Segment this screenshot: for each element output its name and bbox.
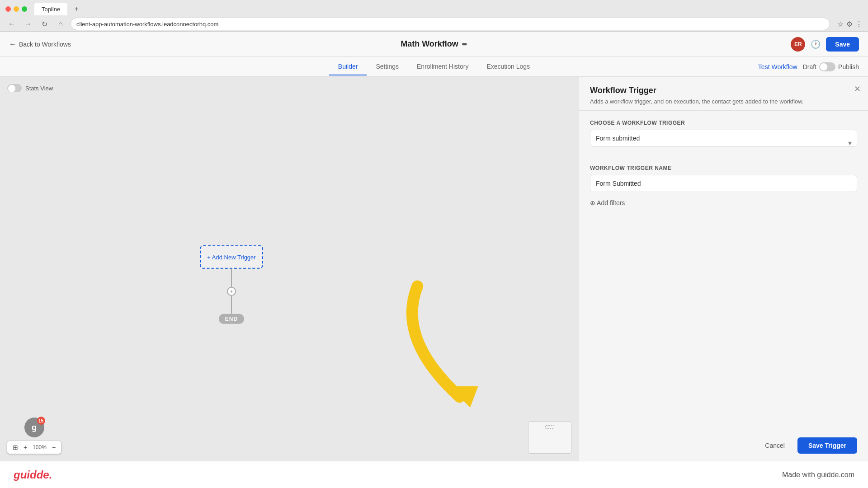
dot-minimize[interactable]: [14, 6, 19, 12]
stats-switch[interactable]: [7, 84, 22, 92]
extensions-button[interactable]: ⚙: [846, 20, 853, 28]
panel-close-button[interactable]: ✕: [854, 84, 861, 94]
tab-settings[interactable]: Settings: [367, 58, 408, 75]
back-label: Back to Workflows: [19, 41, 71, 48]
cancel-button[interactable]: Cancel: [758, 438, 792, 453]
fit-icon-button[interactable]: ⊞: [11, 443, 20, 452]
tab-execution-logs[interactable]: Execution Logs: [477, 58, 539, 75]
zoom-display: 100%: [31, 444, 48, 450]
browser-actions: ☆ ⚙ ⋮: [837, 20, 863, 28]
draft-label: Draft: [803, 63, 816, 70]
toggle-knob: [820, 63, 827, 70]
stats-toggle: Stats View: [7, 84, 53, 92]
history-icon[interactable]: 🕐: [811, 39, 821, 49]
header-right: ER 🕐 Save: [791, 37, 859, 52]
trigger-name-input[interactable]: [590, 175, 857, 192]
workflow-title-container: Math Workflow ✏: [401, 39, 467, 49]
tab-label: Topline: [42, 6, 60, 13]
back-to-workflows-button[interactable]: ← Back to Workflows: [9, 40, 71, 48]
footer-tagline: Made with guidde.com: [782, 471, 854, 479]
panel-title: Workflow Trigger: [590, 86, 857, 95]
address-bar[interactable]: client-app-automation-workflows.leadconn…: [71, 18, 830, 30]
forward-nav-button[interactable]: →: [22, 18, 34, 30]
user-avatar-container: g 15: [24, 418, 44, 437]
minimap-trigger-box: [545, 425, 554, 429]
stats-knob: [8, 85, 15, 92]
dot-close[interactable]: [5, 6, 11, 12]
add-filters-label: ⊕ Add filters: [590, 199, 625, 206]
canvas-bottom-left: g 15 ⊞ + 100% −: [7, 418, 61, 454]
minimap: [528, 421, 571, 454]
svg-marker-0: [449, 386, 478, 408]
refresh-nav-button[interactable]: ↻: [38, 18, 51, 30]
workflow-title-text: Math Workflow: [401, 39, 458, 49]
workflow-trigger-panel: Workflow Trigger Adds a workflow trigger…: [579, 77, 868, 461]
dot-maximize[interactable]: [22, 6, 27, 12]
workflow-canvas-area[interactable]: Stats View + Add New Trigger + END ⊞ + 1…: [0, 77, 579, 461]
bookmark-button[interactable]: ☆: [837, 20, 844, 28]
panel-header: Workflow Trigger Adds a workflow trigger…: [579, 77, 868, 111]
trigger-section-label: CHOOSE A WORKFLOW TRIGGER: [590, 120, 857, 126]
browser-title-bar: Topline +: [0, 0, 868, 16]
trigger-select-wrapper: Form submitted Contact Created Appointme…: [590, 130, 857, 156]
end-node: END: [219, 314, 244, 324]
user-avatar[interactable]: ER: [791, 37, 805, 52]
save-button[interactable]: Save: [826, 37, 859, 52]
panel-subtitle: Adds a workflow trigger, and on executio…: [590, 98, 857, 105]
publish-label: Publish: [838, 63, 859, 70]
trigger-name-label: WORKFLOW TRIGGER NAME: [590, 165, 857, 171]
browser-nav-bar: ← → ↻ ⌂ client-app-automation-workflows.…: [0, 16, 868, 32]
add-trigger-text: + Add New Trigger: [207, 253, 255, 260]
back-nav-button[interactable]: ←: [5, 18, 18, 30]
tab-bar: Builder Settings Enrollment History Exec…: [0, 57, 868, 77]
new-tab-button[interactable]: +: [71, 4, 82, 14]
main-content: Stats View + Add New Trigger + END ⊞ + 1…: [0, 77, 868, 461]
browser-tab-topline[interactable]: Topline: [34, 3, 67, 15]
test-workflow-button[interactable]: Test Workflow: [758, 63, 797, 70]
zoom-out-btn[interactable]: −: [50, 443, 57, 452]
panel-footer: Cancel Save Trigger: [579, 430, 868, 461]
canvas-zoom-controls: ⊞ + 100% −: [7, 441, 61, 454]
user-badge: 15: [37, 417, 45, 425]
app-header: ← Back to Workflows Math Workflow ✏ ER 🕐…: [0, 32, 868, 57]
menu-button[interactable]: ⋮: [855, 20, 863, 28]
add-filters-button[interactable]: ⊕ Add filters: [590, 199, 625, 206]
tabs-container: Builder Settings Enrollment History Exec…: [329, 58, 539, 75]
address-text: client-app-automation-workflows.leadconn…: [76, 21, 218, 28]
workflow-canvas: + Add New Trigger + END: [200, 245, 263, 324]
browser-chrome: Topline + ← → ↻ ⌂ client-app-automation-…: [0, 0, 868, 32]
draft-toggle-container: Draft Publish: [803, 62, 859, 71]
zoom-in-btn[interactable]: +: [22, 443, 29, 452]
panel-body: CHOOSE A WORKFLOW TRIGGER Form submitted…: [579, 111, 868, 430]
plus-connector[interactable]: +: [227, 287, 236, 296]
trigger-select[interactable]: Form submitted Contact Created Appointme…: [590, 130, 857, 147]
tab-enrollment-history[interactable]: Enrollment History: [408, 58, 477, 75]
save-trigger-button[interactable]: Save Trigger: [797, 437, 857, 454]
user-avatar-g: g: [32, 423, 37, 432]
back-arrow-icon: ←: [9, 40, 16, 48]
browser-dots: [5, 6, 27, 12]
connector-line-2: [231, 296, 232, 314]
footer: guidde. Made with guidde.com: [0, 461, 868, 488]
tab-right-actions: Test Workflow Draft Publish: [758, 62, 859, 71]
add-trigger-box[interactable]: + Add New Trigger: [200, 245, 263, 269]
draft-toggle-switch[interactable]: [819, 62, 835, 71]
home-nav-button[interactable]: ⌂: [54, 18, 67, 30]
tab-builder[interactable]: Builder: [329, 58, 367, 75]
edit-title-icon[interactable]: ✏: [462, 41, 467, 48]
stats-label: Stats View: [25, 85, 53, 92]
connector-line-1: [231, 269, 232, 287]
guidde-logo: guidde.: [14, 469, 52, 481]
annotation-arrow: [375, 276, 533, 434]
